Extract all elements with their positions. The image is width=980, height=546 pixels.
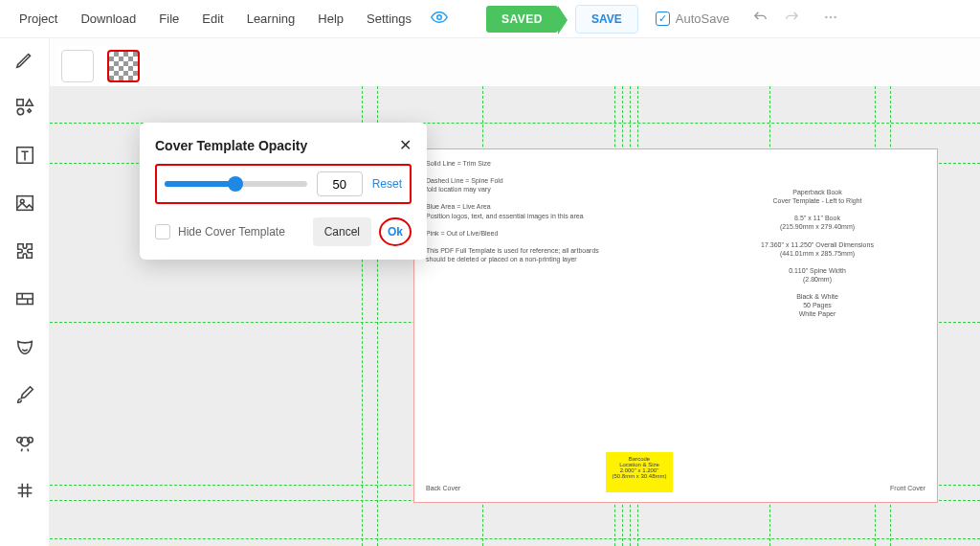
ok-highlight: Ok xyxy=(379,217,412,246)
top-menubar: Project Download File Edit Learning Help… xyxy=(0,0,980,38)
brush-icon[interactable] xyxy=(13,383,36,406)
hide-template-label: Hide Cover Template xyxy=(178,225,285,239)
save-button[interactable]: SAVE xyxy=(575,5,638,34)
barcode-l4: (50.8mm x 30.48mm) xyxy=(606,473,673,479)
svg-rect-4 xyxy=(16,100,22,105)
check-icon: ✓ xyxy=(656,11,670,26)
opacity-swatch[interactable] xyxy=(107,50,140,82)
svg-marker-5 xyxy=(25,100,32,105)
cover-left-notes: Solid Line = Trim Size Dashed Line = Spi… xyxy=(426,159,617,263)
pencil-icon[interactable] xyxy=(13,48,36,71)
menu-edit[interactable]: Edit xyxy=(192,6,233,32)
checkbox-icon xyxy=(155,224,170,239)
menu-project[interactable]: Project xyxy=(10,6,67,32)
saved-status: SAVED xyxy=(486,6,558,33)
svg-point-0 xyxy=(437,15,442,20)
dialog-title: Cover Template Opacity xyxy=(155,138,307,153)
puzzle-icon[interactable] xyxy=(13,239,36,262)
menu-help[interactable]: Help xyxy=(308,6,353,32)
reset-link[interactable]: Reset xyxy=(372,177,402,191)
svg-rect-8 xyxy=(16,196,33,211)
text-icon[interactable] xyxy=(13,144,36,167)
canvas-area: Solid Line = Trim Size Dashed Line = Spi… xyxy=(50,38,980,546)
preview-icon[interactable] xyxy=(431,9,448,29)
svg-point-1 xyxy=(825,16,828,19)
barcode-box: Barcode Location & Size 2.000" x 1.200" … xyxy=(606,452,673,492)
more-icon[interactable] xyxy=(823,10,838,28)
hide-template-checkbox[interactable]: Hide Cover Template xyxy=(155,224,285,239)
back-cover-label: Back Cover xyxy=(426,484,460,492)
slider-thumb[interactable] xyxy=(228,176,243,192)
image-icon[interactable] xyxy=(13,192,36,215)
opacity-dialog: Cover Template Opacity ✕ Reset Hide Cove… xyxy=(140,123,427,260)
svg-point-3 xyxy=(834,16,836,19)
redo-icon[interactable] xyxy=(784,10,800,29)
left-sidebar xyxy=(0,38,50,546)
svg-point-6 xyxy=(17,108,23,114)
svg-point-2 xyxy=(830,16,833,19)
opacity-input[interactable] xyxy=(317,171,363,196)
ok-button[interactable]: Ok xyxy=(378,220,412,243)
opacity-slider-row: Reset xyxy=(155,164,412,204)
opacity-slider[interactable] xyxy=(165,181,307,187)
shapes-icon[interactable] xyxy=(13,96,36,119)
grid-icon[interactable] xyxy=(13,479,36,502)
color-swatch[interactable] xyxy=(61,50,94,82)
menu-file[interactable]: File xyxy=(149,6,189,32)
menu-learning[interactable]: Learning xyxy=(237,6,305,32)
undo-redo-group xyxy=(752,10,800,29)
cover-template: Solid Line = Trim Size Dashed Line = Spi… xyxy=(413,148,938,503)
cancel-button[interactable]: Cancel xyxy=(313,217,371,246)
menu-download[interactable]: Download xyxy=(71,6,145,32)
sheep-icon[interactable] xyxy=(13,431,36,454)
canvas-toolbar xyxy=(57,46,144,86)
undo-icon[interactable] xyxy=(752,10,768,29)
mask-icon[interactable] xyxy=(13,335,36,358)
menu-settings[interactable]: Settings xyxy=(357,6,421,32)
front-cover-label: Front Cover xyxy=(890,484,925,492)
autosave-label: AutoSave xyxy=(676,11,729,26)
autosave-toggle[interactable]: ✓ AutoSave xyxy=(656,11,729,26)
brick-icon[interactable] xyxy=(13,287,36,310)
cover-right-notes: Paperback BookCover Template - Left to R… xyxy=(726,188,908,318)
close-icon[interactable]: ✕ xyxy=(399,136,412,154)
